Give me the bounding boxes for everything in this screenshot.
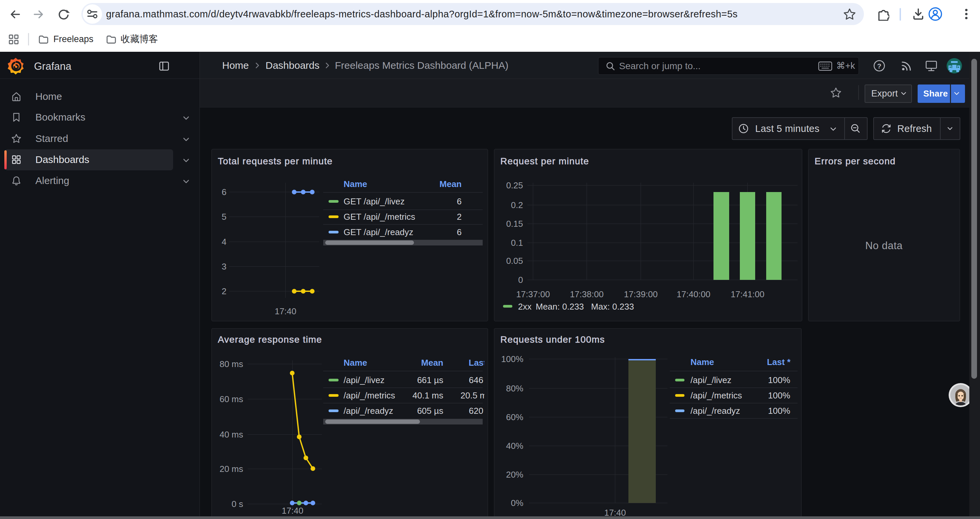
svg-text:100%: 100% (768, 375, 791, 385)
svg-text:17:37:00: 17:37:00 (516, 289, 550, 299)
svg-text:3: 3 (222, 262, 226, 271)
svg-text:620: 620 (469, 406, 483, 416)
svg-text:2xx: 2xx (518, 302, 531, 311)
svg-text:Max: 0.233: Max: 0.233 (591, 302, 634, 311)
svg-text:/api/_/livez: /api/_/livez (344, 375, 385, 385)
svg-text:/api/_/readyz: /api/_/readyz (690, 406, 740, 416)
svg-text:5: 5 (222, 212, 226, 222)
svg-text:17:40: 17:40 (282, 506, 303, 516)
svg-text:17:38:00: 17:38:00 (570, 289, 603, 299)
svg-text:17:40: 17:40 (275, 306, 296, 316)
svg-text:Name: Name (690, 357, 714, 367)
svg-text:20%: 20% (506, 469, 523, 480)
svg-text:40.1 ms: 40.1 ms (413, 390, 444, 401)
svg-text:60 ms: 60 ms (220, 394, 243, 404)
svg-text:Total requests per minute: Total requests per minute (218, 156, 332, 166)
svg-text:0%: 0% (511, 498, 523, 508)
svg-text:Name: Name (344, 179, 367, 189)
svg-text:Average response time: Average response time (218, 334, 322, 345)
svg-text:100%: 100% (768, 390, 791, 401)
svg-text:6: 6 (457, 196, 461, 206)
svg-text:GET /api/_/livez: GET /api/_/livez (344, 196, 405, 206)
svg-text:17:40:00: 17:40:00 (676, 289, 710, 299)
svg-text:No data: No data (865, 240, 903, 251)
svg-text:17:41:00: 17:41:00 (730, 289, 764, 299)
svg-text:GET /api/_/readyz: GET /api/_/readyz (344, 227, 413, 237)
svg-text:0.25: 0.25 (506, 180, 523, 190)
svg-text:0.05: 0.05 (506, 256, 523, 266)
svg-text:Last *: Last * (767, 357, 791, 367)
svg-text:100%: 100% (501, 354, 524, 364)
svg-text:40%: 40% (506, 441, 523, 451)
svg-text:20.5 ms: 20.5 ms (461, 390, 488, 401)
svg-text:0: 0 (519, 275, 523, 285)
svg-text:/api/_/readyz: /api/_/readyz (344, 406, 393, 416)
svg-text:Errors per second: Errors per second (815, 156, 896, 166)
svg-text:20 ms: 20 ms (220, 464, 243, 474)
svg-text:80%: 80% (506, 383, 523, 393)
svg-text:40 ms: 40 ms (220, 430, 243, 439)
svg-text:6: 6 (222, 187, 226, 197)
svg-text:0 s: 0 s (231, 499, 243, 509)
svg-text:Request per minute: Request per minute (500, 156, 589, 166)
svg-text:2: 2 (222, 286, 226, 296)
svg-text:Last *: Last * (469, 358, 488, 368)
svg-text:Mean: Mean (440, 179, 461, 189)
svg-text:0.15: 0.15 (506, 219, 523, 229)
svg-text:/api/_/metrics: /api/_/metrics (690, 390, 742, 401)
svg-text:?: ? (877, 62, 881, 70)
svg-text:GET /api/_/metrics: GET /api/_/metrics (344, 212, 415, 222)
svg-text:0.1: 0.1 (511, 238, 523, 248)
svg-text:Mean: 0.233: Mean: 0.233 (536, 302, 584, 311)
svg-text:646: 646 (469, 375, 483, 385)
svg-text:/api/_/livez: /api/_/livez (690, 375, 732, 385)
svg-text:605 µs: 605 µs (417, 406, 443, 416)
svg-text:6: 6 (457, 227, 461, 237)
svg-text:60%: 60% (506, 412, 523, 422)
svg-text:2: 2 (457, 212, 461, 222)
svg-text:Requests under 100ms: Requests under 100ms (500, 334, 605, 345)
svg-text:80 ms: 80 ms (220, 359, 243, 369)
svg-text:/api/_/metrics: /api/_/metrics (344, 390, 395, 401)
svg-text:Name: Name (344, 358, 367, 368)
svg-text:Mean: Mean (421, 358, 443, 368)
svg-text:0.2: 0.2 (511, 200, 523, 210)
svg-text:17:39:00: 17:39:00 (624, 289, 657, 299)
svg-text:661 µs: 661 µs (417, 375, 443, 385)
svg-text:100%: 100% (768, 406, 791, 416)
svg-text:4: 4 (222, 237, 226, 247)
